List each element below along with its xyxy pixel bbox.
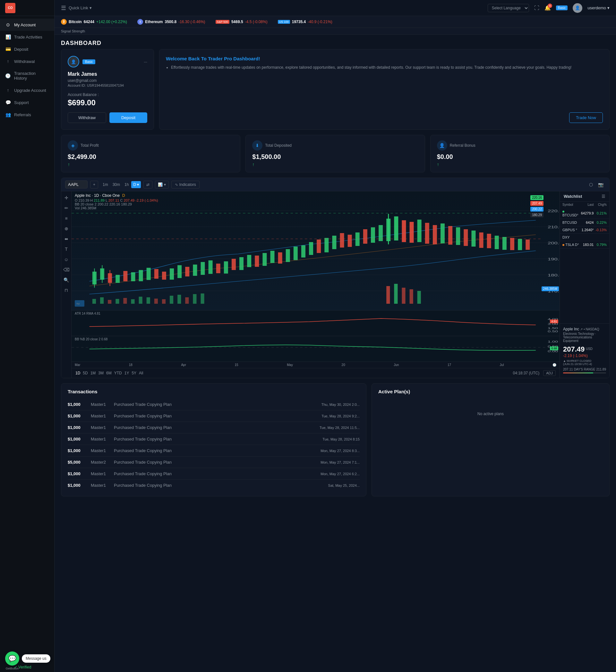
sidebar-item-referrals[interactable]: 👥 Referrals — [0, 108, 54, 121]
symbol-search-input[interactable] — [65, 180, 88, 188]
svg-rect-78 — [177, 295, 181, 304]
fullscreen-button[interactable]: ⛶ — [534, 5, 539, 11]
shapes-tool[interactable]: ⊕ — [63, 225, 70, 232]
chart-type-button[interactable]: 📊 ▾ — [155, 181, 168, 188]
tf-d-button[interactable]: D ▾ — [131, 181, 141, 188]
chart-right-panel: Watchlist ☰ Symbol Last Chg% BTCUSD° 642… — [560, 191, 609, 378]
welcome-text: Effortlessly manage trades with real-tim… — [166, 65, 603, 71]
wl-row-btcusd1[interactable]: BTCUSD° 64279.9 0.21% — [560, 208, 609, 219]
d-indicator: D — [122, 193, 125, 198]
svg-rect-56 — [448, 226, 452, 245]
period-1d[interactable]: 1D — [75, 371, 80, 375]
sidebar-item-withdrawal[interactable]: ↑ Withdrawal — [0, 55, 54, 67]
wl-row-btcusd2[interactable]: BTCUSD 6424 0.22% — [560, 219, 609, 226]
measure-tool[interactable]: ⬌ — [63, 235, 70, 243]
bbpct-chart: BB %B 20 close 2 0.68 1.00 0.50 0.00 0.6… — [72, 336, 560, 362]
lines-tool[interactable]: ≡ — [64, 214, 69, 222]
aapl-change: -2.19 (-1.04%) — [563, 354, 606, 358]
tx-master-8: Master1 — [91, 483, 110, 488]
sidebar-item-trade-activities[interactable]: 📊 Trade Activities — [0, 31, 54, 43]
period-6m[interactable]: 6M — [106, 371, 112, 375]
referral-stat-icon: 👤 — [437, 140, 447, 151]
wl-row-dxy[interactable]: DXY — [560, 234, 609, 241]
tx-date-2: Tue, May 28, 2024 9:2... — [321, 414, 360, 418]
us100-change: -40.9 (-0.21%) — [308, 20, 332, 24]
period-ytd[interactable]: YTD — [114, 371, 122, 375]
sidebar-item-label: Referrals — [14, 112, 31, 117]
upgrade-icon: ↑ — [5, 88, 11, 93]
period-1y[interactable]: 1Y — [124, 371, 129, 375]
hamburger-button[interactable]: ☰ — [61, 4, 66, 12]
magnet-tool[interactable]: ⊓ — [63, 286, 69, 294]
eraser-tool[interactable]: ⌫ — [62, 266, 71, 273]
watchlist-header-row: Symbol Last Chg% — [560, 202, 609, 208]
transactions-card: Transactions $1,000 Master1 Purchased Tr… — [61, 384, 366, 496]
adj-button[interactable]: ADJ — [543, 370, 556, 376]
sidebar-item-upgrade-account[interactable]: ↑ Upgrade Account — [0, 84, 54, 96]
trade-now-button[interactable]: Trade Now — [569, 112, 603, 123]
pencil-tool[interactable]: ✏ — [63, 204, 70, 212]
withdraw-button[interactable]: Withdraw — [68, 112, 106, 123]
add-symbol-button[interactable]: + — [90, 181, 98, 188]
svg-rect-49 — [394, 216, 398, 240]
period-5y[interactable]: 5Y — [132, 371, 136, 375]
notifications-button[interactable]: 🔔 9 — [544, 5, 551, 11]
chart-time-display: 04:18:37 (UTC) — [513, 371, 540, 375]
indicators-button[interactable]: ∿ Indicators — [171, 181, 200, 188]
screenshot-button[interactable]: 📷 — [596, 181, 605, 188]
svg-rect-35 — [294, 246, 298, 260]
wl-row-tsla[interactable]: TSLA D° 183.01 0.79% — [560, 241, 609, 248]
period-1m[interactable]: 1M — [90, 371, 96, 375]
page-title: DASHBOARD — [61, 40, 610, 47]
deposit-button[interactable]: Deposit — [109, 112, 147, 123]
quick-link-dropdown[interactable]: Quick Link ▾ — [69, 5, 92, 10]
language-selector[interactable]: Select Language — [488, 4, 529, 12]
company-logo: CO — [5, 3, 15, 13]
sidebar-item-my-account[interactable]: ⊙ My Account — [0, 19, 54, 31]
xaxis-apr: Apr — [181, 363, 186, 367]
sidebar-item-label: Trade Activities — [14, 35, 42, 39]
period-5d[interactable]: 5D — [83, 371, 88, 375]
period-all[interactable]: All — [139, 371, 143, 375]
chat-message-label[interactable]: Message us — [22, 654, 50, 663]
aapl-currency: USD — [586, 347, 593, 351]
profile-options-button[interactable]: ··· — [144, 59, 147, 64]
svg-rect-39 — [324, 238, 329, 252]
svg-rect-84 — [402, 288, 405, 304]
crosshair-tool[interactable]: ✛ — [63, 194, 70, 202]
chart-header-info: Apple Inc · 1D · Cboe One D O 210.39 H 2… — [75, 193, 158, 210]
tx-date-1: Thu, May 30, 2024 2:0... — [321, 403, 360, 407]
wl-dot-orange — [562, 244, 564, 246]
svg-text:190.00: 190.00 — [548, 257, 560, 261]
indicators-icon: ∿ — [175, 182, 178, 187]
wl-row-gbpus[interactable]: GBPUS ° 1.2640° -0.13% — [560, 226, 609, 234]
profit-label: Total Profit — [81, 143, 99, 148]
chat-whatsapp-button[interactable]: 💬 — [5, 651, 19, 666]
wl-last-btcusd1: 64279.9 — [581, 211, 594, 215]
period-3m[interactable]: 3M — [98, 371, 104, 375]
external-link-button[interactable]: ⬡ — [587, 181, 595, 188]
balance-label: Account Balance : — [68, 92, 147, 97]
emoji-tool[interactable]: ☺ — [63, 255, 70, 263]
sidebar-item-support[interactable]: 💬 Support — [0, 96, 54, 108]
chart-body: ✛ ✏ ≡ ⊕ ⬌ T ☺ ⌫ 🔍 ⊓ — [61, 191, 609, 378]
tf-1m-button[interactable]: 1m — [101, 181, 110, 188]
text-tool[interactable]: T — [64, 245, 69, 253]
sidebar-item-transaction-history[interactable]: 🕒 Transaction History — [0, 67, 54, 84]
tx-amount-2: $1,000 — [68, 414, 87, 418]
zoom-tool[interactable]: 🔍 — [62, 276, 70, 284]
svg-rect-42 — [348, 235, 352, 247]
watchlist-list-icon[interactable]: ☰ — [602, 194, 605, 199]
tf-30m-button[interactable]: 30m — [111, 181, 122, 188]
svg-rect-22 — [193, 264, 197, 276]
tx-date-6: Mon, May 27, 2024 7:1... — [321, 461, 360, 464]
user-name-dropdown[interactable]: userdemo ▾ — [587, 5, 610, 10]
aapl-price: 207.49 — [563, 345, 585, 353]
sidebar-item-deposit[interactable]: 💳 Deposit — [0, 43, 54, 55]
atr-label: ATR 14 RMA 4.81 — [75, 312, 100, 315]
tx-master-6: Master2 — [91, 460, 110, 465]
compare-button[interactable]: ⇄ — [143, 181, 152, 188]
tx-row-7: $1,000 Master1 Purchased Trade Copying P… — [68, 468, 360, 480]
volume-label: 246.385M — [542, 286, 559, 291]
tf-1h-button[interactable]: 1h — [123, 181, 131, 188]
